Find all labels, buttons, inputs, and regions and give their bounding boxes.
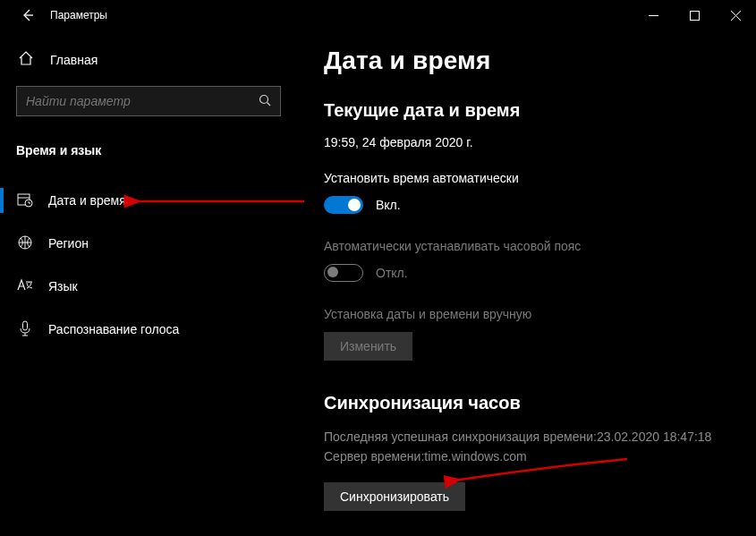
svg-rect-5 — [23, 321, 28, 330]
current-datetime-value: 19:59, 24 февраля 2020 г. — [324, 135, 735, 149]
sidebar-item-speech[interactable]: Распознавание голоса — [0, 308, 281, 351]
microphone-icon — [16, 320, 34, 339]
svg-rect-0 — [690, 11, 699, 20]
auto-timezone-toggle[interactable] — [324, 264, 363, 282]
maximize-icon — [690, 11, 700, 21]
main-pane: Дата и время Текущие дата и время 19:59,… — [295, 30, 756, 536]
sidebar-item-label: Распознавание голоса — [48, 322, 179, 336]
titlebar: Параметры — [0, 0, 756, 30]
sidebar-section-heading: Время и язык — [16, 143, 281, 157]
sync-heading: Синхронизация часов — [324, 393, 735, 413]
globe-icon — [16, 234, 34, 253]
language-icon — [16, 278, 34, 295]
window-controls — [633, 0, 756, 30]
sync-now-button[interactable]: Синхронизировать — [324, 482, 465, 511]
search-icon — [259, 94, 271, 109]
search-box[interactable] — [16, 86, 281, 116]
sidebar-item-home[interactable]: Главная — [16, 41, 281, 79]
sidebar: Главная Время и язык Дата и время Регион — [0, 30, 295, 536]
auto-timezone-label: Автоматически устанавливать часовой пояс — [324, 239, 735, 253]
change-button[interactable]: Изменить — [324, 332, 412, 361]
sidebar-item-label: Язык — [48, 279, 78, 294]
svg-point-1 — [260, 95, 268, 103]
minimize-button[interactable] — [633, 0, 674, 30]
sidebar-item-date-time[interactable]: Дата и время — [0, 179, 281, 222]
auto-timezone-state: Откл. — [376, 266, 408, 280]
close-icon — [731, 11, 741, 21]
search-input[interactable] — [26, 94, 259, 108]
back-button[interactable] — [11, 0, 45, 30]
minimize-icon — [649, 11, 658, 21]
auto-time-label: Установить время автоматически — [324, 171, 735, 185]
auto-time-state: Вкл. — [376, 198, 401, 212]
arrow-left-icon — [21, 9, 34, 21]
auto-time-toggle[interactable] — [324, 196, 363, 214]
sidebar-item-region[interactable]: Регион — [0, 222, 281, 265]
page-title: Дата и время — [324, 47, 735, 75]
sidebar-item-label: Регион — [48, 236, 89, 251]
sidebar-item-language[interactable]: Язык — [0, 265, 281, 308]
manual-set-label: Установка даты и времени вручную — [324, 307, 735, 321]
sidebar-nav: Дата и время Регион Язык Распознавание г… — [0, 179, 281, 351]
sidebar-item-label: Дата и время — [48, 193, 126, 208]
sync-server: Сервер времени:time.windows.com — [324, 447, 735, 467]
home-icon — [18, 50, 34, 70]
current-datetime-heading: Текущие дата и время — [324, 100, 735, 121]
sync-last-success: Последняя успешная синхронизация времени… — [324, 428, 735, 447]
sync-info: Последняя успешная синхронизация времени… — [324, 428, 735, 466]
window-title: Параметры — [45, 9, 107, 21]
close-button[interactable] — [715, 0, 756, 30]
maximize-button[interactable] — [674, 0, 715, 30]
calendar-clock-icon — [16, 191, 34, 210]
sidebar-home-label: Главная — [50, 53, 98, 67]
